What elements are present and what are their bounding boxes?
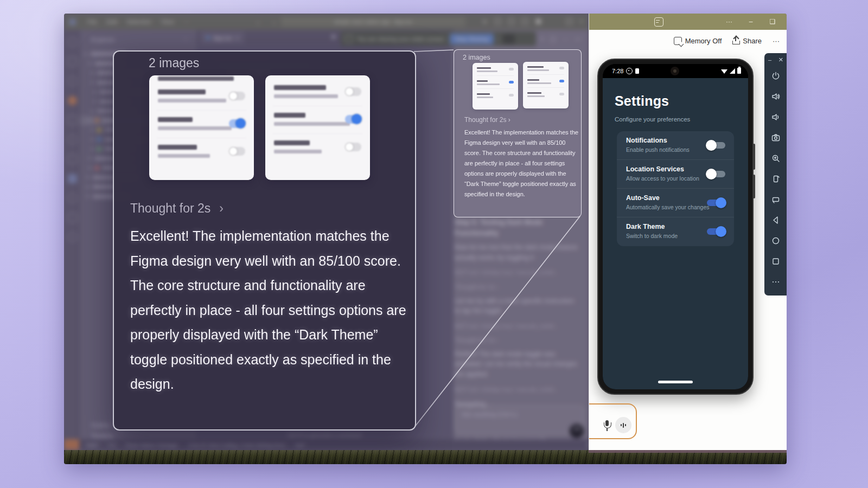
volume-up-button[interactable] [771,92,780,101]
screenshot-preview-2[interactable] [265,75,370,180]
sim-status-icon [635,68,639,74]
images-count-label: 2 images [463,54,490,61]
power-button[interactable] [771,72,780,80]
memory-icon [674,37,682,45]
emulator-toolbar: Memory Off Share ··· [589,30,787,52]
microphone-icon[interactable] [603,420,611,432]
phone-screen[interactable]: 7:28 Settings Configure your preferences [603,64,748,389]
notifications-toggle[interactable] [707,142,725,149]
setting-desc: Switch to dark mode [626,233,678,239]
volume-rocker [753,144,755,170]
share-label: Share [743,37,762,45]
memory-label: Memory Off [685,37,722,45]
signal-icon [730,68,735,74]
voice-waveform-button[interactable] [615,417,631,433]
home-button[interactable] [771,236,780,245]
page-subtitle: Configure your preferences [615,116,690,123]
android-phone-frame: 7:28 Settings Configure your preferences [597,59,754,395]
sidebar-close-icon[interactable]: ✕ [778,56,783,63]
setting-desc: Enable push notifications [626,146,690,153]
screenshot-thumbnail-2[interactable] [523,62,569,108]
more-options-button[interactable] [771,278,780,286]
toolbar-more-icon[interactable]: ··· [773,37,780,45]
restore-window-icon[interactable]: ❏ [765,14,780,30]
desktop-wallpaper: File Edit Selection View ··· ← → simple … [0,0,868,488]
location-services-toggle[interactable] [707,170,725,178]
setting-row-notifications: Notifications Enable push notifications [617,131,734,160]
volume-down-button[interactable] [771,113,780,121]
assistant-message-text: Excellent! The implementation matches th… [130,224,410,397]
wifi-icon [721,69,727,74]
phone-status-bar: 7:28 [603,64,748,78]
vpn-status-icon [626,68,633,74]
back-button[interactable] [771,216,780,224]
thought-toggle[interactable]: Thought for 2s› [130,201,224,216]
minimize-window-icon[interactable]: – [744,14,758,30]
sidebar-minimize-icon[interactable]: – [768,56,771,63]
rotate-portrait-button[interactable] [771,175,780,183]
settings-card: Notifications Enable push notifications … [617,131,734,246]
setting-desc: Automatically save your changes [626,204,710,210]
chevron-right-icon: › [219,201,224,215]
status-time: 7:28 [612,68,623,74]
overview-button[interactable] [771,257,780,266]
screenshot-camera-button[interactable] [771,133,780,142]
auto-save-toggle[interactable] [707,199,725,207]
assistant-message-text: Excellent! The implementation matches th… [464,127,581,200]
images-count-label: 2 images [149,56,199,70]
setting-label: Notifications [626,137,667,144]
page-title: Settings [615,93,669,109]
titlebar-more-icon[interactable]: ··· [722,14,736,30]
setting-row-darktheme: Dark Theme Switch to dark mode [617,217,734,246]
home-indicator[interactable] [658,381,693,383]
setting-label: Dark Theme [626,223,665,230]
emulator-app-icon [654,17,663,27]
screenshot-thumbnail-1[interactable] [473,63,518,110]
setting-row-location: Location Services Allow access to your l… [617,160,734,189]
memory-toggle[interactable]: Memory Off [674,37,722,45]
chat-message-panel: 2 images Thought for 2s › Excellent! The… [454,49,582,217]
taskbar-edge [589,450,787,453]
magnified-callout: 2 images Thought for 2s› Excellent! The … [113,50,416,431]
front-camera [671,67,679,75]
power-side-button [753,175,755,198]
dark-theme-toggle[interactable] [707,228,725,235]
thought-toggle[interactable]: Thought for 2s › [464,116,510,124]
screen-capture: File Edit Selection View ··· ← → simple … [64,14,787,464]
settings-app: Settings Configure your preferences Noti… [603,78,748,389]
setting-label: Auto-Save [626,194,660,202]
emulator-titlebar: ··· – ❏ [589,14,787,30]
emulator-window: ··· – ❏ Memory Off Share ··· [589,14,787,450]
battery-icon [737,68,741,74]
share-button[interactable]: Share [732,37,762,45]
setting-row-autosave: Auto-Save Automatically save your change… [617,189,734,217]
setting-label: Location Services [626,165,684,173]
setting-desc: Allow access to your location [626,175,699,182]
rotate-landscape-button[interactable] [771,195,780,204]
zoom-in-button[interactable] [771,154,780,163]
screenshot-preview-1[interactable] [149,75,254,180]
emulator-control-sidebar: – ✕ [764,53,787,296]
share-icon [732,37,739,44]
